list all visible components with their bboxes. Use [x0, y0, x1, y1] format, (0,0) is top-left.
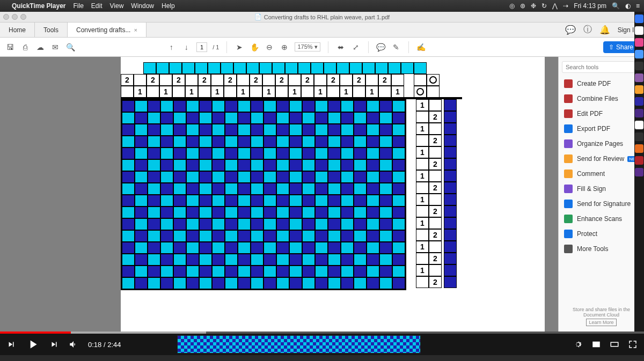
- zoom-select[interactable]: 175% ▾: [295, 42, 320, 51]
- main-area: /*placeholder*/ 22222222222 11111111111 …: [0, 57, 644, 331]
- dock-acrobat-icon[interactable]: [635, 156, 643, 165]
- menu-help[interactable]: Help: [162, 2, 175, 10]
- tab-tools[interactable]: Tools: [35, 23, 68, 37]
- siri-icon[interactable]: ◐: [625, 2, 631, 10]
- tool-label: Export PDF: [577, 125, 610, 132]
- tool-icon: [564, 200, 573, 208]
- menu-file[interactable]: File: [74, 2, 84, 10]
- comment-icon[interactable]: 💬: [376, 42, 386, 52]
- min-dot[interactable]: [12, 14, 18, 20]
- page-total: / 1: [213, 44, 219, 50]
- prev-icon[interactable]: [6, 340, 16, 349]
- tool-icon: [564, 215, 573, 223]
- tool-comment[interactable]: Comment: [559, 166, 644, 181]
- document-canvas[interactable]: /*placeholder*/ 22222222222 11111111111 …: [0, 57, 558, 331]
- learn-more-button[interactable]: Learn More: [586, 319, 616, 326]
- video-thumbnail: [177, 335, 421, 353]
- status-icon: ❉: [531, 2, 536, 10]
- sign-icon[interactable]: ✍: [416, 42, 426, 52]
- tool-enhance-scans[interactable]: Enhance Scans: [559, 211, 644, 226]
- zoom-in-icon[interactable]: ⊕: [280, 42, 289, 52]
- dock-finder-icon[interactable]: [635, 14, 643, 23]
- menu-window[interactable]: Window: [131, 2, 154, 10]
- tool-icon: [564, 154, 573, 163]
- toolbar: 🖫 ⎙ ☁ ✉ 🔍 ↑ ↓ / 1 ➤ ✋ ⊖ ⊕ 175% ▾ ⬌ ⤢ 💬 ✎…: [0, 38, 644, 57]
- spotlight-icon[interactable]: 🔍: [612, 2, 620, 10]
- zoom-out-icon[interactable]: ⊖: [265, 42, 274, 52]
- share-button[interactable]: ⇧ Share: [603, 41, 639, 53]
- tool-send-for-signature[interactable]: Send for Signature: [559, 196, 644, 211]
- page-up-icon[interactable]: ↑: [166, 42, 176, 52]
- tool-more-tools[interactable]: More Tools: [559, 241, 644, 256]
- tool-icon: [564, 230, 573, 238]
- dock-aftereffects-icon[interactable]: [635, 109, 643, 117]
- search-tools-input[interactable]: [562, 61, 641, 73]
- save-icon[interactable]: 🖫: [5, 42, 15, 52]
- clock[interactable]: Fri 4:13 pm: [574, 2, 606, 10]
- tool-create-pdf[interactable]: Create PDF: [559, 76, 644, 91]
- next-icon[interactable]: [49, 340, 59, 349]
- dock-premiere-icon[interactable]: [635, 168, 643, 176]
- play-icon[interactable]: [26, 337, 40, 351]
- dock-itunes-icon[interactable]: [635, 38, 643, 47]
- tool-edit-pdf[interactable]: Edit PDF: [559, 106, 644, 121]
- bluetooth-icon: ⋀: [552, 2, 558, 10]
- dock-photoshop-icon[interactable]: [635, 97, 643, 106]
- fullscreen-icon[interactable]: [628, 340, 638, 349]
- tool-label: Organize Pages: [577, 140, 623, 148]
- pointer-icon[interactable]: ➤: [235, 42, 244, 52]
- settings-icon[interactable]: [573, 340, 583, 349]
- dock-icon[interactable]: [635, 26, 643, 35]
- tool-protect[interactable]: Protect: [559, 226, 644, 241]
- fit-page-icon[interactable]: ⤢: [351, 42, 361, 52]
- hand-icon[interactable]: ✋: [250, 42, 259, 52]
- dock-icon[interactable]: [635, 121, 643, 129]
- menu-view[interactable]: View: [110, 2, 124, 10]
- tool-label: Send for Review: [577, 155, 624, 163]
- tab-document[interactable]: Converting drafts... ×: [68, 23, 147, 37]
- dock-icon[interactable]: [635, 73, 643, 82]
- tab-home[interactable]: Home: [0, 23, 35, 37]
- tool-label: More Tools: [577, 245, 608, 253]
- tool-send-for-review[interactable]: Send for ReviewNEW: [559, 151, 644, 166]
- print-icon[interactable]: ⎙: [20, 42, 30, 52]
- video-time: 0:18 / 2:44: [88, 341, 121, 349]
- tool-fill-&-sign[interactable]: Fill & Sign: [559, 181, 644, 196]
- app-name[interactable]: QuickTime Player: [12, 2, 66, 10]
- list-icon[interactable]: ≡: [636, 2, 640, 10]
- tab-close-icon[interactable]: ×: [134, 27, 137, 33]
- highlight-icon[interactable]: ✎: [391, 42, 401, 52]
- tool-icon: [564, 139, 573, 148]
- tool-export-pdf[interactable]: Export PDF: [559, 121, 644, 136]
- page-down-icon[interactable]: ↓: [181, 42, 191, 52]
- cloud-icon[interactable]: ☁: [35, 42, 45, 52]
- page-number-input[interactable]: [196, 42, 207, 52]
- fit-width-icon[interactable]: ⬌: [336, 42, 346, 52]
- tool-label: Create PDF: [577, 80, 611, 87]
- dock-bridge-icon[interactable]: [635, 85, 643, 94]
- mac-menubar: QuickTime Player File Edit View Window H…: [0, 0, 644, 12]
- menu-edit[interactable]: Edit: [91, 2, 103, 10]
- dock-icon[interactable]: [635, 62, 643, 70]
- tool-icon: [564, 124, 573, 133]
- tool-combine-files[interactable]: Combine Files: [559, 91, 644, 106]
- status-icon: ◎: [509, 2, 515, 10]
- tool-organize-pages[interactable]: Organize Pages: [559, 136, 644, 151]
- max-dot[interactable]: [20, 14, 26, 20]
- theater-icon[interactable]: [610, 340, 619, 349]
- dock-appstore-icon[interactable]: [635, 50, 643, 58]
- volume-icon[interactable]: [69, 340, 78, 349]
- chat-icon[interactable]: 💬: [565, 25, 576, 35]
- search-icon[interactable]: 🔍: [65, 42, 75, 52]
- tool-icon: [564, 109, 573, 118]
- dock-vlc-icon[interactable]: [635, 144, 643, 153]
- bell-icon[interactable]: 🔔: [599, 25, 610, 35]
- miniplayer-icon[interactable]: [591, 340, 601, 349]
- tool-label: Comment: [577, 170, 605, 178]
- help-icon[interactable]: ⓘ: [583, 24, 592, 35]
- mail-icon[interactable]: ✉: [50, 42, 60, 52]
- close-dot[interactable]: [3, 14, 9, 20]
- backup-icon: ↻: [541, 2, 547, 10]
- dock-icon[interactable]: [635, 132, 643, 141]
- tool-label: Enhance Scans: [577, 215, 622, 223]
